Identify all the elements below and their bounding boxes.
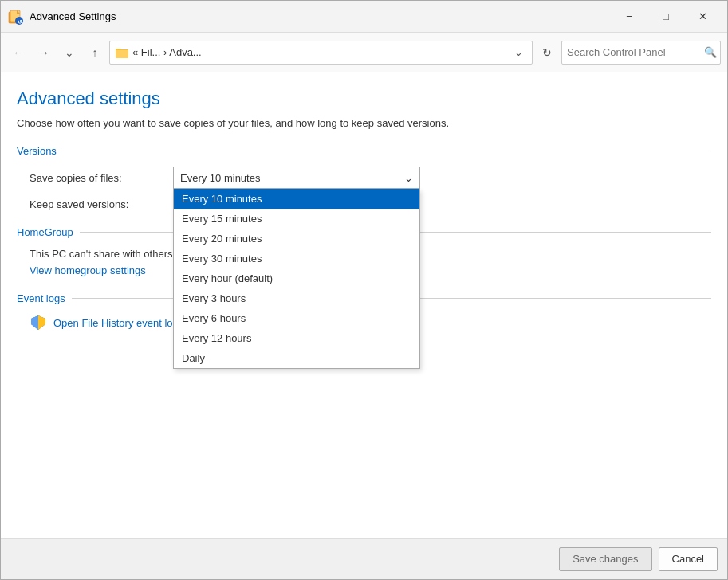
svg-marker-9 xyxy=(31,315,38,330)
dropdown-item-4[interactable]: Every hour (default) xyxy=(174,268,419,288)
search-bar: 🔍 xyxy=(561,41,721,65)
page-description: Choose how often you want to save copies… xyxy=(17,117,711,129)
close-button[interactable]: ✕ xyxy=(684,1,721,33)
dropdown-arrow-icon: ⌄ xyxy=(404,172,413,184)
versions-title: Versions xyxy=(17,145,57,157)
bottom-bar: Save changes Cancel xyxy=(1,538,727,579)
svg-rect-7 xyxy=(116,50,128,58)
dropdown-item-3[interactable]: Every 30 minutes xyxy=(174,249,419,268)
dropdown-list: Every 10 minutes Every 15 minutes Every … xyxy=(173,189,420,369)
keep-versions-label: Keep saved versions: xyxy=(30,198,173,210)
dropdown-item-0[interactable]: Every 10 minutes xyxy=(174,189,419,209)
dropdown-item-2[interactable]: Every 20 minutes xyxy=(174,229,419,249)
window-title: Advanced Settings xyxy=(30,10,611,22)
dropdown-item-1[interactable]: Every 15 minutes xyxy=(174,209,419,229)
svg-marker-10 xyxy=(38,315,45,330)
search-input[interactable] xyxy=(567,46,701,58)
maximize-button[interactable]: □ xyxy=(647,1,684,33)
titlebar: ↺ Advanced Settings − □ ✕ xyxy=(1,1,727,33)
save-copies-row: Save copies of files: Every 10 minutes ⌄… xyxy=(17,167,711,189)
dropdown-item-8[interactable]: Daily xyxy=(174,348,419,368)
up-button[interactable]: ↑ xyxy=(84,41,106,64)
recent-locations-button[interactable]: ⌄ xyxy=(58,41,81,64)
homegroup-title: HomeGroup xyxy=(17,226,73,238)
dropdown-selected-text: Every 10 minutes xyxy=(180,172,260,184)
shield-icon xyxy=(30,314,47,331)
folder-icon xyxy=(115,45,129,60)
content-area: Advanced settings Choose how often you w… xyxy=(1,72,727,538)
versions-divider xyxy=(63,151,711,151)
back-button[interactable]: ← xyxy=(7,41,30,64)
page-title: Advanced settings xyxy=(17,88,711,109)
dropdown-item-7[interactable]: Every 12 hours xyxy=(174,328,419,348)
window-controls: − □ ✕ xyxy=(611,1,721,33)
search-icon: 🔍 xyxy=(704,46,717,58)
dropdown-item-5[interactable]: Every 3 hours xyxy=(174,288,419,308)
versions-section-header: Versions xyxy=(17,145,711,157)
cancel-button[interactable]: Cancel xyxy=(659,547,718,571)
save-changes-button[interactable]: Save changes xyxy=(559,547,651,571)
navbar: ← → ⌄ ↑ « Fil... › Adva... ⌄ ↻ 🔍 xyxy=(1,33,727,72)
address-bar: « Fil... › Adva... ⌄ xyxy=(109,41,533,65)
save-copies-label: Save copies of files: xyxy=(30,172,173,184)
svg-text:↺: ↺ xyxy=(18,19,22,25)
forward-button[interactable]: → xyxy=(33,41,55,64)
app-icon: ↺ xyxy=(7,9,23,25)
address-text: « Fil... › Adva... xyxy=(132,46,506,58)
main-window: ↺ Advanced Settings − □ ✕ ← → ⌄ ↑ « Fil.… xyxy=(0,0,728,580)
address-dropdown-button[interactable]: ⌄ xyxy=(510,44,527,61)
save-copies-dropdown[interactable]: Every 10 minutes ⌄ xyxy=(173,167,420,189)
minimize-button[interactable]: − xyxy=(611,1,647,33)
refresh-button[interactable]: ↻ xyxy=(536,41,558,64)
dropdown-item-6[interactable]: Every 6 hours xyxy=(174,308,419,328)
versions-section: Versions Save copies of files: Every 10 … xyxy=(17,145,711,210)
event-logs-title: Event logs xyxy=(17,292,65,304)
save-copies-dropdown-wrapper: Every 10 minutes ⌄ Every 10 minutes Ever… xyxy=(173,167,420,189)
